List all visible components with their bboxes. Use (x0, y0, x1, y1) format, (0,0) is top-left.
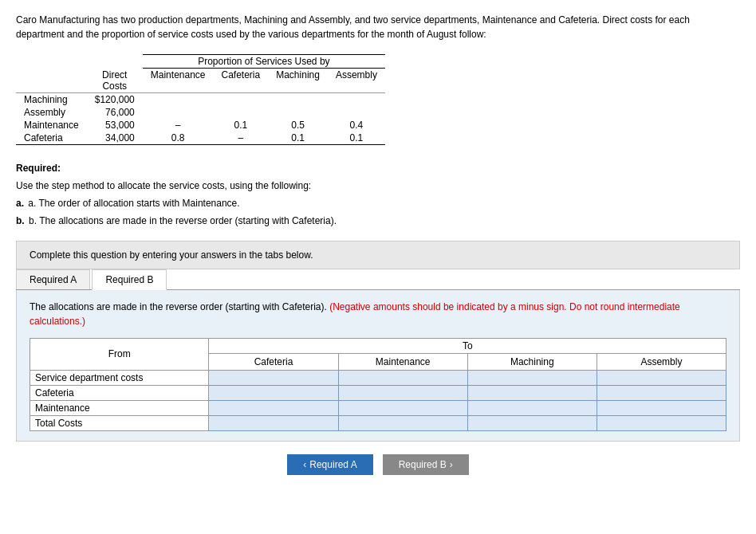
tabs-container: Required A Required B The allocations ar… (16, 269, 740, 442)
input-service-assembly-field[interactable] (597, 371, 726, 385)
maint-cafeteria: 0.1 (214, 119, 269, 132)
input-cafe-maintenance-field[interactable] (339, 386, 467, 400)
row-label-cafeteria: Cafeteria (30, 385, 209, 400)
table-row-assembly: Assembly 76,000 (16, 106, 385, 119)
proportion-header: Proportion of Services Used by (143, 55, 385, 69)
table-row-total: Total Costs (30, 415, 726, 430)
input-service-cafeteria-field[interactable] (209, 371, 337, 385)
input-maint-maintenance-field[interactable] (339, 401, 467, 415)
alloc-col-maintenance: Maintenance (338, 353, 467, 370)
input-total-assembly-field[interactable] (597, 416, 726, 430)
prev-arrow-icon: ‹ (303, 459, 306, 470)
table-row-cafeteria: Cafeteria (30, 385, 726, 400)
table-row-machining: Machining $120,000 (16, 92, 385, 106)
tab-desc-normal: The allocations are made in the reverse … (30, 301, 327, 312)
row-label-total: Total Costs (30, 415, 209, 430)
intro-paragraph: Caro Manufacturing has two production de… (16, 13, 740, 41)
required-line1: Use the step method to allocate the serv… (16, 179, 740, 193)
input-maint-assembly[interactable] (597, 400, 726, 415)
table-row-service-dept: Service department costs (30, 370, 726, 385)
input-cafe-assembly-field[interactable] (597, 386, 726, 400)
cost-machining: $120,000 (87, 92, 143, 106)
alloc-col-assembly: Assembly (597, 353, 726, 370)
cafe-machining: 0.1 (268, 132, 328, 145)
input-cafe-maintenance[interactable] (338, 385, 467, 400)
cost-assembly: 76,000 (87, 106, 143, 119)
input-service-maintenance-field[interactable] (339, 371, 467, 385)
col-cafeteria-header: Cafeteria (214, 69, 269, 93)
next-arrow-icon: › (450, 459, 453, 470)
table-row-maintenance: Maintenance (30, 400, 726, 415)
required-line2a: a. a. The order of allocation starts wit… (16, 196, 740, 210)
dept-assembly: Assembly (16, 106, 87, 119)
input-cafe-cafeteria[interactable] (209, 385, 338, 400)
col-machining-header: Machining (268, 69, 328, 93)
tab-content-required-b: The allocations are made in the reverse … (16, 290, 740, 442)
to-header: To (209, 338, 726, 353)
input-maint-maintenance[interactable] (338, 400, 467, 415)
input-maint-machining[interactable] (467, 400, 597, 415)
input-maint-machining-field[interactable] (468, 401, 597, 415)
input-total-assembly[interactable] (597, 415, 726, 430)
cafe-cafeteria: – (214, 132, 269, 145)
input-cafe-machining-field[interactable] (468, 386, 597, 400)
tabs-row: Required A Required B (16, 269, 740, 290)
maint-machining: 0.5 (268, 119, 328, 132)
data-table: Proportion of Services Used by DirectCos… (16, 54, 385, 145)
input-total-machining[interactable] (467, 415, 597, 430)
input-cafe-cafeteria-field[interactable] (209, 386, 337, 400)
input-maint-assembly-field[interactable] (597, 401, 726, 415)
required-line2b: b. b. The allocations are made in the re… (16, 214, 740, 228)
next-button-label: Required B (399, 459, 447, 470)
table-row-maintenance: Maintenance 53,000 – 0.1 0.5 0.4 (16, 119, 385, 132)
col-direct-costs-header: DirectCosts (87, 69, 143, 93)
prev-button-label: Required A (309, 459, 356, 470)
tab-description: The allocations are made in the reverse … (30, 300, 726, 328)
cafe-assembly: 0.1 (328, 132, 385, 145)
cost-maintenance: 53,000 (87, 119, 143, 132)
input-maint-cafeteria[interactable] (209, 400, 338, 415)
dept-cafeteria: Cafeteria (16, 132, 87, 145)
alloc-col-machining: Machining (467, 353, 597, 370)
cost-cafeteria: 34,000 (87, 132, 143, 145)
complete-box: Complete this question by entering your … (16, 241, 740, 269)
input-total-maintenance[interactable] (338, 415, 467, 430)
input-total-cafeteria-field[interactable] (209, 416, 337, 430)
input-cafe-machining[interactable] (467, 385, 597, 400)
input-total-maintenance-field[interactable] (339, 416, 467, 430)
col-assembly-header: Assembly (328, 69, 385, 93)
input-service-assembly[interactable] (597, 370, 726, 385)
table-row-cafeteria: Cafeteria 34,000 0.8 – 0.1 0.1 (16, 132, 385, 145)
input-maint-cafeteria-field[interactable] (209, 401, 337, 415)
complete-text: Complete this question by entering your … (30, 249, 313, 261)
required-section: Required: Use the step method to allocat… (16, 161, 740, 228)
next-button[interactable]: Required B › (383, 454, 469, 475)
row-label-service-dept: Service department costs (30, 370, 209, 385)
input-service-machining-field[interactable] (468, 371, 597, 385)
maint-assembly: 0.4 (328, 119, 385, 132)
dept-machining: Machining (16, 92, 87, 106)
from-col-header: From (30, 338, 209, 370)
allocation-table: From To Cafeteria Maintenance Machining … (30, 338, 726, 431)
input-total-cafeteria[interactable] (209, 415, 338, 430)
required-label: Required: (16, 163, 61, 174)
tab-required-a[interactable]: Required A (16, 269, 90, 289)
input-service-machining[interactable] (467, 370, 597, 385)
bottom-buttons: ‹ Required A Required B › (16, 454, 740, 475)
maint-maintenance: – (143, 119, 214, 132)
cafe-maintenance: 0.8 (143, 132, 214, 145)
tab-required-b[interactable]: Required B (92, 269, 167, 290)
col-maintenance-header: Maintenance (143, 69, 214, 93)
alloc-col-cafeteria: Cafeteria (209, 353, 338, 370)
col-dept (16, 69, 87, 93)
dept-maintenance: Maintenance (16, 119, 87, 132)
row-label-maintenance: Maintenance (30, 400, 209, 415)
prev-button[interactable]: ‹ Required A (287, 454, 372, 475)
input-total-machining-field[interactable] (468, 416, 597, 430)
input-service-cafeteria[interactable] (209, 370, 338, 385)
input-service-maintenance[interactable] (338, 370, 467, 385)
input-cafe-assembly[interactable] (597, 385, 726, 400)
